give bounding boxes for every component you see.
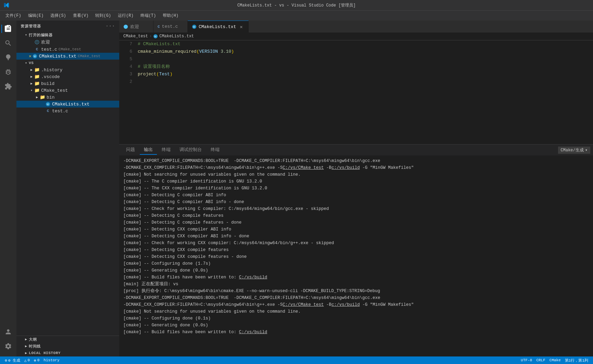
title-text: CMakeLists.txt - vs - Visual Studio Code…: [237, 2, 356, 8]
breadcrumb: CMake_test › M CMakeLists.txt: [119, 33, 593, 40]
status-encoding[interactable]: UTF-8: [519, 358, 534, 363]
folder-vscode[interactable]: ▶ 📁 .vscode: [16, 73, 119, 80]
panel-tab-problems[interactable]: 问题: [122, 145, 139, 155]
output-line-15: [cmake] -- Detecting CXX compile feature…: [123, 253, 589, 260]
cmake-icon: M: [45, 101, 51, 107]
output-line-25: [cmake] -- Generating done (0.0s): [123, 322, 589, 329]
folder-build[interactable]: ▶ 📁 build: [16, 80, 119, 87]
line-numbers: 7 6 5 4 3 2: [119, 40, 136, 144]
app-icon: [3, 2, 10, 8]
activity-account[interactable]: [1, 325, 15, 339]
breadcrumb-sep1: ›: [149, 34, 152, 39]
outline-section[interactable]: ▶ 大纲: [16, 336, 119, 343]
close-cmakelists-button[interactable]: ✕: [238, 24, 244, 30]
activity-extensions[interactable]: [1, 79, 15, 93]
output-line-22: -DCMAKE_CXX_COMPILER:FILEPATH=C:\msys64\…: [123, 301, 589, 308]
open-editors-chevron: ▾: [23, 32, 29, 38]
output-line-2: -DCMAKE_CXX_COMPILER:FILEPATH=C:\msys64\…: [123, 164, 589, 171]
output-line-7: [cmake] -- Detecting C compiler ABI info…: [123, 199, 589, 205]
terminal-output[interactable]: -DCMAKE_EXPORT_COMPILE_COMMANDS:BOOL=TRU…: [119, 155, 593, 356]
output-line-24: [cmake] -- Configuring done (0.1s): [123, 315, 589, 322]
c-icon-tree: C: [45, 108, 51, 114]
menu-view[interactable]: 查看(V): [70, 11, 91, 20]
code-line-5: [138, 55, 593, 63]
sidebar: 资源管理器 ··· ▾ 打开的编辑器 欢迎 C test.c CMake_tes…: [16, 21, 119, 356]
menu-file[interactable]: 文件(F): [3, 11, 24, 20]
svg-text:M: M: [34, 55, 36, 58]
output-line-11: [cmake] -- Detecting CXX compiler ABI in…: [123, 226, 589, 233]
panel-tabs: 问题 输出 终端 调试控制台 终端 CMake/生成 ▾: [119, 145, 593, 155]
panel-tab-debug-console[interactable]: 调试控制台: [175, 145, 206, 155]
output-line-9: [cmake] -- Detecting C compile features: [123, 212, 589, 219]
build-folder-icon: 📁: [34, 81, 40, 86]
activity-debug[interactable]: [1, 65, 15, 79]
output-line-1: -DCMAKE_EXPORT_COMPILE_COMMANDS:BOOL=TRU…: [123, 158, 589, 164]
tab-bar: 欢迎 C test.c M CMakeLists.txt ✕: [119, 21, 593, 33]
menu-terminal[interactable]: 终端(T): [138, 11, 159, 20]
history-folder-icon: 📁: [34, 67, 40, 73]
statusbar: ⚙ ⚙ 生成 △ 0 ⊗ 0 history UTF-8 CRLF CMake …: [0, 356, 593, 364]
output-line-17: [cmake] -- Generating done (0.0s): [123, 267, 589, 274]
output-line-10: [cmake] -- Detecting C compile features …: [123, 219, 589, 226]
tab-cmakelists[interactable]: M CMakeLists.txt ✕: [188, 21, 249, 33]
output-line-23: [cmake] Not searching for unused variabl…: [123, 308, 589, 315]
breadcrumb-folder[interactable]: CMake_test: [123, 34, 148, 39]
code-editor: 7 6 5 4 3 2 # CMakeLists.txt cmake_minim…: [119, 40, 593, 144]
status-history[interactable]: history: [41, 358, 61, 362]
status-position[interactable]: 第1行，第1列: [563, 358, 590, 363]
activity-search[interactable]: [1, 36, 15, 50]
folder-cmake-test[interactable]: ▾ 📁 CMake_test: [16, 87, 119, 94]
menu-edit[interactable]: 编辑(E): [25, 11, 47, 20]
output-line-5: [cmake] -- The CXX compiler identificati…: [123, 185, 589, 192]
local-history-section[interactable]: ▶ LOCAL HISTORY: [16, 350, 119, 356]
activity-explorer[interactable]: [1, 22, 15, 36]
vs-folder-section[interactable]: ▾ VS: [16, 60, 119, 66]
code-line-2: [138, 78, 593, 86]
output-line-20: [proc] 执行命令: C:\msys64\mingw64\bin\cmake…: [123, 288, 589, 294]
sidebar-more-button[interactable]: ···: [106, 23, 115, 29]
open-editor-welcome[interactable]: 欢迎: [16, 38, 119, 46]
activity-settings[interactable]: [1, 339, 15, 353]
panel-tab-terminal2[interactable]: 终端: [207, 145, 224, 155]
menu-goto[interactable]: 转到(G): [92, 11, 114, 20]
tab-welcome[interactable]: 欢迎: [119, 21, 153, 33]
output-line-21: -DCMAKE_EXPORT_COMPILE_COMMANDS:BOOL=TRU…: [123, 294, 589, 301]
titlebar: CMakeLists.txt - vs - Visual Studio Code…: [0, 0, 593, 10]
open-editor-testc[interactable]: C test.c CMake_test: [16, 46, 119, 53]
output-line-18: [cmake] -- Build files have been written…: [123, 274, 589, 281]
svg-text:M: M: [155, 35, 157, 38]
status-language[interactable]: CMake: [547, 358, 563, 363]
vs-chevron: ▾: [23, 60, 29, 66]
activity-bar: [0, 21, 16, 356]
menu-select[interactable]: 选择(S): [48, 11, 69, 20]
activity-source-control[interactable]: [1, 51, 15, 64]
output-line-6: [cmake] -- Detecting C compiler ABI info: [123, 192, 589, 199]
folder-history[interactable]: ▶ 📁 .history: [16, 66, 119, 73]
open-editors-section[interactable]: ▾ 打开的编辑器: [16, 32, 119, 38]
file-testc[interactable]: C test.c: [16, 108, 119, 114]
dropdown-chevron-icon: ▾: [585, 148, 588, 153]
status-line-ending[interactable]: CRLF: [534, 358, 547, 363]
cmake-file-icon: M: [32, 53, 38, 59]
open-editor-cmakelists[interactable]: ✕ M CMakeLists.txt CMake_test: [16, 53, 119, 60]
menu-run[interactable]: 运行(R): [115, 11, 136, 20]
output-line-19: [main] 正在配置项目: vs: [123, 281, 589, 288]
cmake-generate-dropdown[interactable]: CMake/生成 ▾: [558, 147, 590, 154]
svg-text:M: M: [47, 103, 49, 105]
code-content[interactable]: # CMakeLists.txt cmake_minimum_required(…: [136, 40, 593, 144]
panel-right-controls: CMake/生成 ▾: [558, 147, 590, 154]
status-warnings[interactable]: △ 0: [22, 358, 32, 363]
status-errors[interactable]: ⊗ 0: [32, 358, 41, 363]
tab-testc[interactable]: C test.c: [153, 21, 188, 33]
code-line-6: cmake_minimum_required(VERSION 3.10): [138, 48, 593, 55]
timeline-section[interactable]: ▶ 时间线: [16, 343, 119, 350]
panel-tab-output[interactable]: 输出: [140, 145, 157, 155]
menubar: 文件(F) 编辑(E) 选择(S) 查看(V) 转到(G) 运行(R) 终端(T…: [0, 10, 593, 21]
menu-help[interactable]: 帮助(H): [160, 11, 181, 20]
panel-tab-terminal[interactable]: 终端: [158, 145, 175, 155]
breadcrumb-file[interactable]: CMakeLists.txt: [159, 34, 194, 39]
file-cmakelists[interactable]: M CMakeLists.txt: [16, 101, 119, 108]
folder-bin[interactable]: ▶ 📁 bin: [16, 94, 119, 101]
status-build[interactable]: ⚙ ⚙ 生成: [3, 358, 22, 363]
output-line-3: [cmake] Not searching for unused variabl…: [123, 171, 589, 178]
